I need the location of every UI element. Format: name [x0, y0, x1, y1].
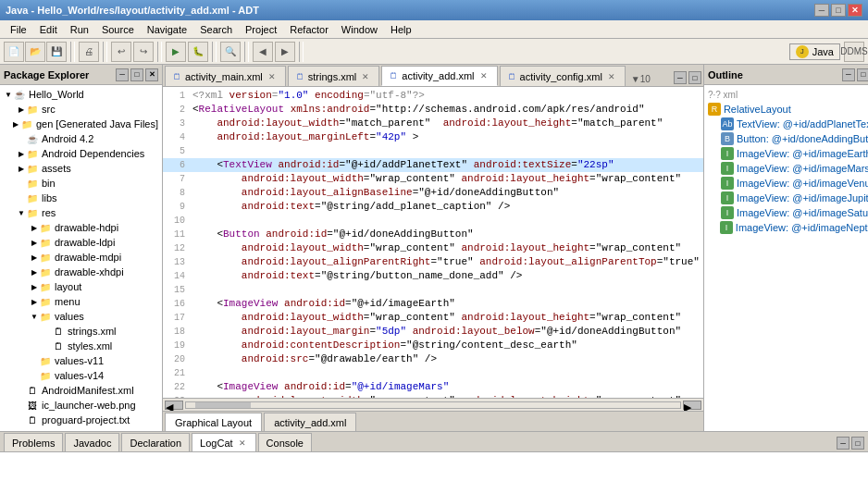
outline-max-btn[interactable]: □: [857, 68, 868, 81]
menu-search[interactable]: Search: [193, 22, 239, 37]
tree-item-17[interactable]: 🗒styles.xml: [2, 339, 160, 353]
tree-item-5[interactable]: ▶📁assets: [2, 161, 160, 176]
tree-item-16[interactable]: 🗒strings.xml: [2, 324, 160, 339]
menu-bar: File Edit Run Source Navigate Search Pro…: [0, 20, 868, 39]
tree-item-12[interactable]: ▶📁drawable-xhdpi: [2, 265, 160, 279]
line-num-16: 16: [167, 297, 185, 311]
tree-item-7[interactable]: 📁libs: [2, 191, 160, 205]
tab-close-3[interactable]: ✕: [478, 70, 490, 81]
menu-help[interactable]: Help: [384, 22, 418, 37]
tree-item-23[interactable]: 🗒project.properties: [2, 427, 160, 431]
open-button[interactable]: 📂: [25, 42, 45, 62]
tab-close-2[interactable]: ✕: [360, 71, 371, 82]
panel-close-btn[interactable]: ✕: [145, 68, 158, 81]
scroll-right-btn[interactable]: ▶: [683, 401, 701, 410]
menu-window[interactable]: Window: [335, 22, 384, 37]
tree-item-22[interactable]: 🗒proguard-project.txt: [2, 413, 160, 427]
outline-imageview-saturn[interactable]: I ImageView: @+id/imageSaturn: [706, 205, 868, 220]
debug-button[interactable]: 🐛: [188, 42, 208, 62]
tree-item-6[interactable]: 📁bin: [2, 176, 160, 191]
outline-textview-addplanet[interactable]: Ab TextView: @+id/addPlanetText: [706, 117, 868, 131]
editor-view-tabs: Graphical Layout activity_add.xml: [163, 411, 703, 431]
tab-console[interactable]: Console: [258, 433, 312, 451]
outline-imageview-neptune[interactable]: I ImageView: @+id/imageNeptune: [706, 220, 868, 235]
menu-source[interactable]: Source: [95, 22, 141, 37]
line-num-12: 12: [167, 241, 185, 255]
ddms-button[interactable]: DDMS: [844, 42, 864, 62]
menu-file[interactable]: File: [4, 22, 33, 37]
menu-navigate[interactable]: Navigate: [141, 22, 193, 37]
tab-strings[interactable]: 🗒 strings.xml ✕: [288, 66, 380, 86]
tab-activity-config[interactable]: 🗒 activity_config.xml ✕: [500, 66, 626, 86]
tree-item-8[interactable]: ▼📁res: [2, 205, 160, 220]
panel-minimize-btn[interactable]: ─: [116, 68, 129, 81]
tab-problems[interactable]: Problems: [4, 433, 63, 451]
tree-item-9[interactable]: ▶📁drawable-hdpi: [2, 220, 160, 235]
editor-max-btn[interactable]: □: [688, 71, 701, 84]
tree-item-10[interactable]: ▶📁drawable-ldpi: [2, 235, 160, 250]
tree-label-0: Hello_World: [29, 89, 84, 100]
print-button[interactable]: 🖨: [79, 42, 99, 62]
tree-item-20[interactable]: 🗒AndroidManifest.xml: [2, 383, 160, 398]
menu-edit[interactable]: Edit: [33, 22, 64, 37]
back-button[interactable]: ◀: [253, 42, 273, 62]
outline-imageview-earth[interactable]: I ImageView: @+id/imageEarth: [706, 146, 868, 161]
tree-item-13[interactable]: ▶📁layout: [2, 279, 160, 294]
outline-imageview-venus[interactable]: I ImageView: @+id/imageVenus: [706, 176, 868, 191]
tab-close-4[interactable]: ✕: [606, 71, 617, 82]
search-toolbar-button[interactable]: 🔍: [220, 42, 241, 62]
tree-item-15[interactable]: ▼📁values: [2, 309, 160, 324]
xml-code-editor[interactable]: 1<?xml version="1.0" encoding="utf-8"?>2…: [163, 87, 703, 398]
run-button[interactable]: ▶: [166, 42, 186, 62]
close-button[interactable]: ✕: [848, 4, 862, 17]
scroll-track[interactable]: [185, 401, 681, 409]
menu-refactor[interactable]: Refactor: [283, 22, 335, 37]
tree-icon-10: 📁: [39, 236, 52, 249]
scroll-thumb[interactable]: [195, 402, 251, 408]
forward-button[interactable]: ▶: [275, 42, 295, 62]
bottom-panel-max-btn[interactable]: □: [851, 437, 864, 450]
tree-arrow-12: ▶: [30, 267, 39, 277]
perspective-badge[interactable]: J Java: [789, 43, 840, 60]
undo-button[interactable]: ↩: [111, 42, 131, 62]
tab-xml-source[interactable]: activity_add.xml: [264, 413, 356, 431]
editor-min-btn[interactable]: ─: [674, 71, 687, 84]
tree-item-19[interactable]: 📁values-v14: [2, 368, 160, 383]
maximize-button[interactable]: □: [831, 4, 846, 17]
minimize-button[interactable]: ─: [814, 4, 829, 17]
scroll-left-btn[interactable]: ◀: [165, 401, 183, 410]
tree-item-21[interactable]: 🖼ic_launcher-web.png: [2, 398, 160, 413]
horizontal-scrollbar[interactable]: ◀ ▶: [163, 398, 703, 411]
redo-button[interactable]: ↪: [133, 42, 154, 62]
tab-activity-add[interactable]: 🗒 activity_add.xml ✕: [381, 66, 497, 86]
tab-logcat-close[interactable]: ✕: [237, 438, 248, 449]
outline-imgsaturn-label: ImageView: @+id/imageSaturn: [737, 207, 868, 218]
outline-relative-layout[interactable]: R RelativeLayout: [706, 102, 868, 117]
tree-item-18[interactable]: 📁values-v11: [2, 353, 160, 368]
tab-close-1[interactable]: ✕: [267, 71, 278, 82]
tab-graphical-layout[interactable]: Graphical Layout: [165, 413, 262, 431]
tree-item-3[interactable]: ☕Android 4.2: [2, 131, 160, 146]
menu-run[interactable]: Run: [64, 22, 95, 37]
save-button[interactable]: 💾: [46, 42, 67, 62]
panel-max-btn[interactable]: □: [130, 68, 143, 81]
outline-button-done[interactable]: B Button: @+id/doneAddingButton: [706, 131, 868, 146]
tab-javadoc[interactable]: Javadoc: [65, 433, 119, 451]
tab-logcat[interactable]: LogCat ✕: [192, 433, 255, 451]
outline-imageview-jupiter[interactable]: I ImageView: @+id/imageJupiter: [706, 191, 868, 205]
outline-min-btn[interactable]: ─: [842, 68, 855, 81]
new-button[interactable]: 📄: [4, 42, 24, 62]
tree-item-2[interactable]: ▶📁gen [Generated Java Files]: [2, 117, 160, 131]
bottom-panel-content: [0, 452, 868, 481]
outline-imageview-mars[interactable]: I ImageView: @+id/imageMars: [706, 161, 868, 176]
tree-item-1[interactable]: ▶📁src: [2, 102, 160, 117]
tab-declaration[interactable]: Declaration: [121, 433, 190, 451]
menu-project[interactable]: Project: [239, 22, 283, 37]
tree-item-4[interactable]: ▶📁Android Dependencies: [2, 146, 160, 161]
tree-item-11[interactable]: ▶📁drawable-mdpi: [2, 250, 160, 265]
tree-item-14[interactable]: ▶📁menu: [2, 294, 160, 309]
bottom-panel-min-btn[interactable]: ─: [837, 437, 849, 450]
tab-activity-main[interactable]: 🗒 activity_main.xml ✕: [165, 66, 286, 86]
tree-item-0[interactable]: ▼☕Hello_World: [2, 87, 160, 102]
line-num-20: 20: [167, 352, 185, 366]
